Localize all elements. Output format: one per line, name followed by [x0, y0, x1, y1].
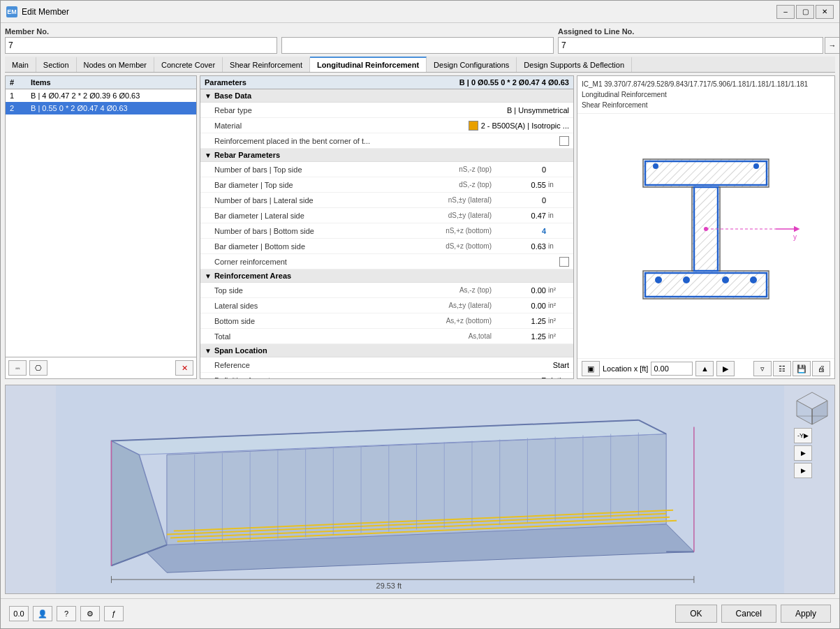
param-label: Bar diameter | Lateral side	[214, 212, 408, 220]
section-longitudinal: Longitudinal Reinforcement	[582, 89, 830, 100]
step-right-button[interactable]: ▶	[716, 361, 735, 376]
footer-icon-4[interactable]: ⚙	[80, 606, 100, 621]
param-value: 0.00	[497, 302, 546, 310]
tab-shear[interactable]: Shear Reinforcement	[223, 57, 310, 72]
param-row: Reinforcement placed in the bent corner …	[200, 133, 573, 149]
content-area: Member No. 7 Assigned to Line No. 7 →	[1, 23, 839, 598]
param-key: As,±y (lateral)	[408, 302, 492, 309]
param-key: dS,±y (lateral)	[408, 212, 492, 219]
span-location-header[interactable]: ▼ Span Location	[200, 344, 573, 357]
view-extra-button[interactable]: ▶	[794, 445, 812, 461]
parameters-item-label: B | 0 Ø0.55 0 * 2 Ø0.47 4 Ø0.63	[459, 78, 569, 87]
param-value: 0.63	[497, 242, 546, 251]
tab-design-config[interactable]: Design Configurations	[427, 57, 517, 72]
middle-field-input[interactable]	[281, 37, 554, 54]
add-item-button[interactable]: ⎔	[29, 360, 47, 376]
svg-point-9	[722, 276, 729, 283]
param-value: 1.25	[497, 332, 546, 341]
tab-longitudinal[interactable]: Longitudinal Reinforcement	[310, 57, 427, 72]
view-controls: -Y▶ ▶ ▶	[794, 390, 830, 478]
view-y-button[interactable]: -Y▶	[794, 428, 812, 443]
param-label: Number of bars | Top side	[214, 165, 408, 174]
view-extra2-button[interactable]: ▶	[794, 463, 812, 478]
middle-field-group	[281, 27, 554, 54]
span-location-label: Span Location	[214, 346, 267, 355]
assigned-line-action-button[interactable]: →	[825, 37, 839, 54]
print-button[interactable]: 🖨	[812, 361, 830, 376]
tab-design-supports[interactable]: Design Supports & Deflection	[517, 57, 632, 72]
footer-icon-5[interactable]: ƒ	[104, 606, 124, 621]
view-cube-svg	[794, 390, 830, 426]
window-controls: – ▢ ✕	[776, 5, 834, 19]
items-footer: ⎓ ⎔ ✕	[6, 357, 196, 378]
table-button[interactable]: ☷	[773, 361, 791, 376]
param-row: Number of bars | Top side nS,-z (top) 0	[200, 162, 573, 177]
base-data-toggle: ▼	[205, 92, 212, 100]
section-view-button[interactable]: ▣	[582, 361, 600, 376]
param-label: Total	[214, 332, 408, 341]
section-svg: y	[608, 138, 804, 334]
param-key: dS,-z (top)	[408, 181, 492, 188]
param-row: Bar diameter | Top side dS,-z (top) 0.55…	[200, 177, 573, 193]
ok-button[interactable]: OK	[675, 605, 716, 623]
footer-icon-1[interactable]: 0.0	[9, 606, 29, 621]
member-no-input[interactable]: 7	[5, 37, 277, 54]
svg-point-12	[753, 163, 759, 169]
svg-rect-3	[643, 271, 769, 299]
tab-concrete[interactable]: Concrete Cover	[154, 57, 223, 72]
export-button[interactable]: 💾	[793, 361, 811, 376]
param-row: Bar diameter | Bottom side dS,+z (bottom…	[200, 239, 573, 254]
minimize-button[interactable]: –	[776, 5, 795, 19]
tab-nodes[interactable]: Nodes on Member	[77, 57, 155, 72]
param-label: Number of bars | Lateral side	[214, 196, 408, 205]
param-label: Top side	[214, 286, 408, 295]
copy-item-button[interactable]: ⎓	[8, 360, 27, 376]
section-code: IC_M1 39.370/7.874/29.528/9.843/17.717/5…	[582, 79, 830, 89]
view-cube[interactable]	[794, 390, 830, 426]
corner-reinf-checkbox[interactable]	[559, 257, 569, 267]
close-button[interactable]: ✕	[816, 5, 834, 19]
param-key: nS,+z (bottom)	[408, 227, 492, 235]
section-shear: Shear Reinforcement	[582, 100, 830, 110]
items-col-num: #	[10, 78, 31, 87]
middle-field-label	[281, 27, 554, 36]
footer-icon-3[interactable]: ?	[57, 606, 76, 621]
member-no-label: Member No.	[5, 27, 277, 36]
items-col-label: Items	[31, 78, 51, 87]
footer-icon-2[interactable]: 👤	[33, 606, 52, 621]
delete-item-button[interactable]: ✕	[175, 360, 193, 376]
corner-checkbox[interactable]	[559, 136, 569, 146]
param-key: dS,+z (bottom)	[408, 242, 492, 250]
param-row: Number of bars | Lateral side nS,±y (lat…	[200, 193, 573, 208]
param-unit: in	[548, 242, 569, 250]
top-fields: Member No. 7 Assigned to Line No. 7 →	[5, 27, 835, 54]
base-data-header[interactable]: ▼ Base Data	[200, 89, 573, 103]
parameters-label: Parameters	[205, 78, 246, 87]
param-key: nS,-z (top)	[408, 165, 492, 173]
cancel-button[interactable]: Cancel	[721, 605, 776, 623]
section-canvas: y	[577, 114, 834, 358]
main-area: # Items 1 B | 4 Ø0.47 2 * 2 Ø0.39 6 Ø0.6…	[5, 75, 835, 379]
list-item[interactable]: 2 B | 0.55 0 * 2 Ø0.47 4 Ø0.63	[6, 102, 196, 114]
location-x-input[interactable]	[651, 362, 693, 376]
assigned-line-input[interactable]: 7	[558, 37, 823, 54]
params-content: ▼ Base Data Rebar type B | Unsymmetrical…	[200, 89, 573, 378]
items-panel: # Items 1 B | 4 Ø0.47 2 * 2 Ø0.39 6 Ø0.6…	[5, 75, 197, 379]
param-unit: in²	[548, 332, 569, 340]
filter-button[interactable]: ▿	[753, 361, 772, 376]
list-item[interactable]: 1 B | 4 Ø0.47 2 * 2 Ø0.39 6 Ø0.63	[6, 89, 196, 102]
tab-main[interactable]: Main	[5, 57, 36, 72]
apply-button[interactable]: Apply	[781, 605, 831, 623]
svg-point-11	[653, 163, 658, 169]
reinf-areas-header[interactable]: ▼ Reinforcement Areas	[200, 269, 573, 283]
tab-section[interactable]: Section	[36, 57, 77, 72]
param-unit: in²	[548, 286, 569, 294]
parameters-panel: Parameters B | 0 Ø0.55 0 * 2 Ø0.47 4 Ø0.…	[200, 75, 574, 379]
rebar-params-header[interactable]: ▼ Rebar Parameters	[200, 149, 573, 162]
3d-beam-svg: 29.53 ft	[6, 385, 834, 593]
param-row: Definition format Relative	[200, 373, 573, 378]
maximize-button[interactable]: ▢	[796, 5, 814, 19]
step-up-button[interactable]: ▲	[695, 361, 714, 376]
items-header: # Items	[6, 76, 196, 89]
param-unit: in²	[548, 317, 569, 325]
